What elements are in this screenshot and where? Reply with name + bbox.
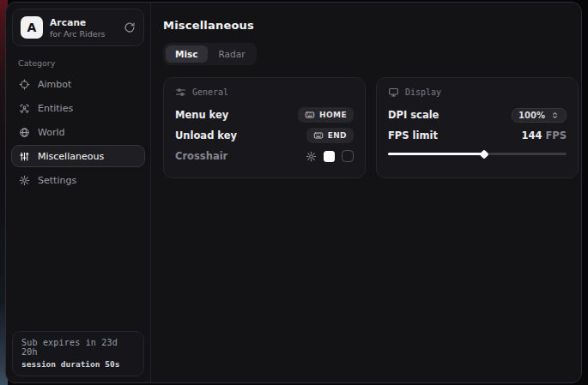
- sidebar-item-entities[interactable]: Entities: [11, 97, 145, 119]
- sidebar-item-label: Entities: [38, 103, 73, 114]
- globe-icon: [19, 127, 30, 138]
- app-window: A Arcane for Arc Riders Category: [5, 2, 582, 383]
- menu-key-label: Menu key: [175, 109, 228, 121]
- brand-text: Arcane for Arc Riders: [50, 17, 106, 39]
- dpi-scale-select[interactable]: 100%: [512, 108, 567, 123]
- crosshair-checkbox[interactable]: [342, 150, 354, 162]
- tab-misc[interactable]: Misc: [166, 45, 208, 63]
- chevrons-up-down-icon: [550, 111, 560, 120]
- fps-limit-row: FPS limit 144 FPS: [388, 125, 567, 146]
- menu-key-button[interactable]: HOME: [298, 107, 354, 123]
- tab-bar: Misc Radar: [163, 43, 257, 65]
- sidebar-item-label: Miscellaneous: [38, 151, 104, 162]
- fps-number: 144: [521, 129, 542, 141]
- menu-key-row: Menu key HOME: [175, 105, 354, 125]
- sidebar-item-settings[interactable]: Settings: [11, 169, 145, 191]
- session-duration: session duration 50s: [21, 359, 135, 369]
- crosshair-icon: [19, 79, 30, 90]
- slider-thumb[interactable]: [480, 149, 489, 159]
- menu-key-value: HOME: [319, 111, 347, 119]
- sidebar-item-aimbot[interactable]: Aimbot: [11, 73, 145, 95]
- cards-row: General Menu key HOME: [163, 77, 579, 178]
- brand-card: A Arcane for Arc Riders: [12, 9, 144, 46]
- main-panel: Miscellaneous Misc Radar General: [151, 3, 582, 382]
- fps-limit-value: 144 FPS: [521, 129, 567, 141]
- unload-key-row: Unload key END: [175, 125, 354, 146]
- general-card-header: General: [175, 87, 354, 98]
- sidebar-item-label: Aimbot: [38, 79, 71, 90]
- page-title: Miscellaneous: [163, 19, 579, 32]
- unload-key-button[interactable]: END: [306, 128, 354, 143]
- unload-key-value: END: [328, 131, 347, 140]
- crosshair-label: Crosshair: [175, 150, 227, 162]
- app-logo: A: [21, 16, 43, 39]
- sidebar: A Arcane for Arc Riders Category: [6, 3, 151, 382]
- general-card-title: General: [192, 87, 228, 97]
- gear-icon: [19, 175, 30, 186]
- unload-key-label: Unload key: [175, 129, 237, 141]
- crosshair-controls: [306, 150, 354, 162]
- dpi-scale-value: 100%: [518, 111, 545, 120]
- sliders-vertical-icon: [19, 151, 30, 162]
- sidebar-spacer: [6, 191, 150, 325]
- crosshair-row: Crosshair: [175, 146, 354, 166]
- fps-unit: FPS: [545, 129, 567, 141]
- monitor-icon: [388, 87, 399, 98]
- sidebar-item-miscellaneous[interactable]: Miscellaneous: [11, 145, 145, 167]
- display-card-header: Display: [388, 87, 567, 98]
- display-card-title: Display: [405, 87, 441, 97]
- dpi-scale-row: DPI scale 100%: [388, 105, 567, 125]
- brand-subtitle: for Arc Riders: [50, 29, 106, 39]
- entities-scan-icon: [19, 103, 30, 114]
- display-card: Display DPI scale 100%: [376, 77, 579, 178]
- subscription-card: Sub expires in 23d 20h session duration …: [12, 331, 144, 376]
- desktop-background: A Arcane for Arc Riders Category: [0, 0, 588, 385]
- sliders-horizontal-icon: [175, 87, 186, 98]
- brand-title: Arcane: [50, 17, 106, 27]
- category-label: Category: [18, 58, 150, 68]
- dpi-scale-label: DPI scale: [388, 109, 439, 121]
- sidebar-item-world[interactable]: World: [11, 121, 145, 143]
- general-card: General Menu key HOME: [163, 77, 366, 178]
- tab-radar[interactable]: Radar: [209, 45, 255, 63]
- subscription-expiry: Sub expires in 23d 20h: [21, 338, 135, 357]
- keyboard-icon: [305, 110, 315, 120]
- sidebar-nav: Aimbot Entities: [6, 73, 150, 191]
- fps-limit-slider[interactable]: [388, 148, 567, 159]
- sidebar-item-label: Settings: [38, 175, 76, 186]
- slider-fill: [388, 153, 484, 155]
- gear-icon[interactable]: [306, 151, 317, 162]
- refresh-icon[interactable]: [124, 21, 136, 33]
- fps-limit-label: FPS limit: [388, 129, 438, 141]
- keyboard-icon: [313, 130, 324, 141]
- sidebar-item-label: World: [38, 127, 65, 138]
- crosshair-color-swatch[interactable]: [324, 151, 335, 162]
